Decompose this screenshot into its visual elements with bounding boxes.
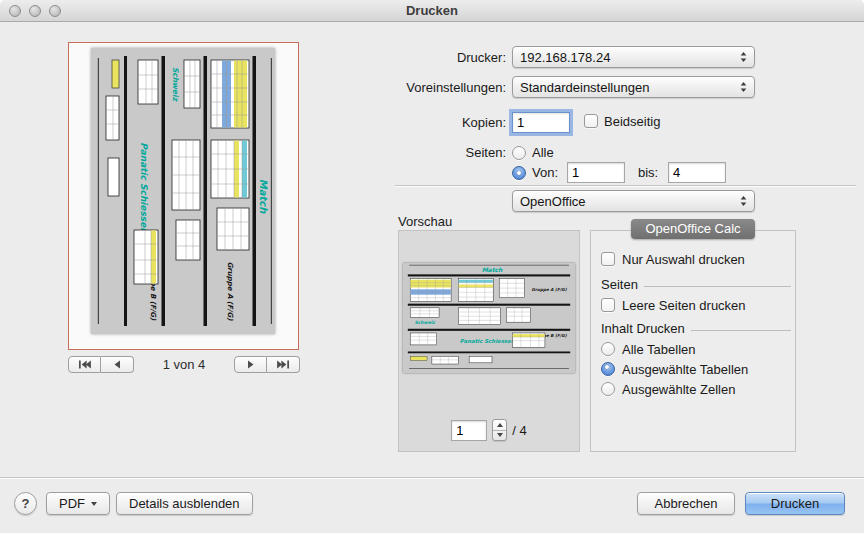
empty-pages-checkbox[interactable] (601, 298, 615, 312)
page-indicator: 1 von 4 (163, 357, 206, 372)
content-section-label: Inhalt Drucken (601, 321, 685, 336)
vorschau-page-input[interactable] (451, 420, 487, 441)
prev-page-button[interactable] (101, 356, 134, 373)
pages-section-label: Seiten (601, 277, 638, 292)
next-page-button[interactable] (234, 356, 267, 373)
empty-pages-label: Leere Seiten drucken (622, 298, 746, 313)
twosided-checkbox[interactable] (584, 114, 598, 128)
preview-page-thumbnail: Match (91, 48, 275, 334)
svg-text:Schweiz: Schweiz (171, 67, 180, 103)
svg-text:Match: Match (482, 266, 503, 273)
copies-label: Kopien: (290, 115, 506, 130)
pdf-button-label: PDF (59, 496, 85, 511)
first-page-button[interactable] (68, 356, 101, 373)
presets-value: Standardeinstellungen (520, 80, 740, 95)
spreadsheet-preview: Match (91, 48, 275, 334)
pages-from-label: Von: (532, 165, 558, 180)
calc-panel-title: OpenOffice Calc (631, 219, 754, 239)
pages-section-header: Seiten (601, 277, 791, 292)
selected-sheets-label: Ausgewählte Tabellen (622, 362, 748, 377)
printer-label: Drucker: (290, 50, 506, 65)
twosided-label: Beidseitig (604, 114, 660, 129)
pages-all-label: Alle (532, 145, 554, 160)
selected-cells-radio[interactable] (601, 382, 615, 396)
window-title: Drucken (0, 3, 864, 18)
details-button-label: Details ausblenden (129, 496, 240, 511)
footer-divider (0, 477, 864, 478)
section-divider (691, 330, 791, 331)
app-options-value: OpenOffice (520, 194, 740, 209)
pages-all-radio[interactable] (512, 146, 526, 160)
pagination-back-segment (68, 356, 134, 373)
svg-text:Gruppe A (F/G): Gruppe A (F/G) (532, 287, 567, 292)
popup-arrows-icon (740, 51, 747, 63)
selection-only-row: Nur Auswahl drucken (601, 251, 787, 267)
calc-options-panel: Nur Auswahl drucken Seiten Leere Seiten … (590, 230, 796, 452)
vorschau-page-field-row: / 4 (399, 419, 579, 441)
first-page-icon (78, 360, 91, 369)
svg-text:Gruppe A (F/G): Gruppe A (F/G) (226, 262, 234, 322)
print-dialog: Drucken Match (0, 0, 864, 533)
details-toggle-button[interactable]: Details ausblenden (116, 492, 253, 515)
preview-pagination: 1 von 4 (68, 355, 300, 373)
calc-panel-tab: OpenOffice Calc (590, 219, 796, 239)
stepper-up-button[interactable] (493, 420, 506, 430)
all-sheets-radio[interactable] (601, 342, 615, 356)
all-sheets-label: Alle Tabellen (622, 342, 695, 357)
svg-text:Match: Match (258, 179, 269, 214)
section-divider (644, 286, 791, 287)
pages-to-label: bis: (638, 165, 658, 180)
empty-pages-row: Leere Seiten drucken (601, 297, 787, 313)
app-options-select[interactable]: OpenOffice (512, 190, 755, 212)
spreadsheet-preview: Match (403, 263, 575, 373)
pagination-forward-segment (234, 356, 300, 373)
printer-value: 192.168.178.24 (520, 50, 740, 65)
pages-label: Seiten: (290, 145, 506, 160)
presets-label: Voreinstellungen: (290, 80, 506, 95)
pages-from-input[interactable] (567, 162, 625, 183)
svg-text:Panatic Schiessen: Panatic Schiessen (460, 338, 516, 344)
last-page-button[interactable] (267, 356, 300, 373)
help-icon: ? (22, 496, 30, 511)
rotated-sheet-wrapper: Match (91, 48, 275, 334)
prev-page-icon (113, 360, 121, 369)
vorschau-page-stepper (492, 419, 507, 441)
stepper-up-icon (497, 423, 503, 427)
next-page-icon (247, 360, 255, 369)
all-sheets-row: Alle Tabellen (601, 341, 787, 357)
vorschau-page-total: / 4 (512, 423, 526, 438)
pdf-menu-arrow-icon (91, 502, 97, 506)
cancel-button[interactable]: Abbrechen (637, 492, 735, 515)
copies-input[interactable] (512, 112, 570, 133)
pages-from-radio[interactable] (512, 166, 526, 180)
stepper-down-icon (497, 433, 503, 437)
preview-well: Match (68, 42, 299, 350)
vorschau-label: Vorschau (398, 214, 452, 229)
vorschau-panel: Match (398, 230, 580, 452)
svg-text:Panatic Schiessen: Panatic Schiessen (139, 142, 149, 234)
popup-arrows-icon (740, 195, 747, 207)
last-page-icon (277, 360, 290, 369)
print-button[interactable]: Drucken (745, 492, 845, 515)
pages-to-input[interactable] (668, 162, 726, 183)
vorschau-page: Match (403, 263, 575, 373)
svg-text:Schweiz: Schweiz (414, 320, 436, 325)
printer-select[interactable]: 192.168.178.24 (512, 46, 755, 68)
help-button[interactable]: ? (14, 492, 37, 515)
popup-arrows-icon (740, 81, 747, 93)
pdf-menu-button[interactable]: PDF (46, 492, 110, 515)
selected-sheets-radio[interactable] (601, 362, 615, 376)
presets-select[interactable]: Standardeinstellungen (512, 76, 755, 98)
titlebar: Drucken (0, 0, 864, 22)
print-button-label: Drucken (771, 496, 819, 511)
selection-only-label: Nur Auswahl drucken (622, 252, 745, 267)
selected-cells-label: Ausgewählte Zellen (622, 382, 735, 397)
stepper-down-button[interactable] (493, 430, 506, 441)
selected-sheets-row: Ausgewählte Tabellen (601, 361, 787, 377)
form-divider (395, 185, 856, 186)
selected-cells-row: Ausgewählte Zellen (601, 381, 787, 397)
content-section-header: Inhalt Drucken (601, 321, 791, 336)
selection-only-checkbox[interactable] (601, 252, 615, 266)
cancel-button-label: Abbrechen (655, 496, 718, 511)
